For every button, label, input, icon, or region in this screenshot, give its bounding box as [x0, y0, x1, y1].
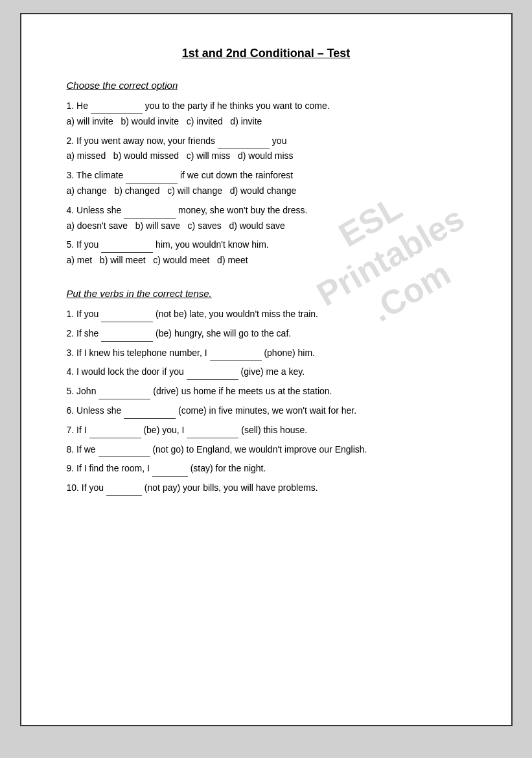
q4-text: 4. Unless she money, she won't buy the d… — [67, 203, 472, 219]
q5-options: a) met b) will meet c) would meet d) mee… — [67, 253, 472, 268]
s2-q8-blank[interactable] — [98, 447, 150, 457]
worksheet-page: ESLPrintables.Com 1st and 2nd Conditiona… — [20, 13, 513, 726]
q3-text: 3. The climate if we cut down the rainfo… — [67, 168, 472, 184]
section-1: Choose the correct option 1. He you to t… — [60, 80, 472, 268]
question-2: 2. If you went away now, your friends yo… — [60, 134, 472, 165]
s2-q4-text: 4. I would lock the door if you (give) m… — [67, 364, 472, 380]
section-2-label: Put the verbs in the correct tense. — [67, 288, 472, 299]
q2-text: 2. If you went away now, your friends yo… — [67, 134, 472, 149]
s2-question-8: 8. If we (not go) to England, we wouldn'… — [60, 442, 472, 458]
question-3: 3. The climate if we cut down the rainfo… — [60, 168, 472, 199]
s2-q1-blank[interactable] — [101, 312, 153, 322]
s2-q6-text: 6. Unless she (come) in five minutes, we… — [67, 403, 472, 419]
s2-q2-text: 2. If she (be) hungry, she will go to th… — [67, 326, 472, 342]
s2-question-2: 2. If she (be) hungry, she will go to th… — [60, 326, 472, 342]
q2-blank[interactable] — [218, 138, 270, 148]
q3-options: a) change b) changed c) will change d) w… — [67, 184, 472, 199]
s2-q1-text: 1. If you (not be) late, you wouldn't mi… — [67, 307, 472, 322]
s2-q5-blank[interactable] — [98, 389, 150, 399]
s2-question-6: 6. Unless she (come) in five minutes, we… — [60, 403, 472, 419]
q1-options: a) will invite b) would invite c) invite… — [67, 114, 472, 130]
q5-text: 5. If you him, you wouldn't know him. — [67, 237, 472, 253]
s2-q9-text: 9. If I find the room, I (stay) for the … — [67, 461, 472, 477]
page-title: 1st and 2nd Conditional – Test — [60, 47, 472, 60]
q5-blank[interactable] — [101, 243, 153, 253]
s2-q8-text: 8. If we (not go) to England, we wouldn'… — [67, 442, 472, 458]
s2-q3-blank[interactable] — [210, 350, 262, 361]
s2-q7-text: 7. If I (be) you, I (sell) this house. — [67, 423, 472, 438]
s2-q9-blank[interactable] — [152, 466, 188, 477]
s2-q3-text: 3. If I knew his telephone number, I (ph… — [67, 346, 472, 361]
s2-question-9: 9. If I find the room, I (stay) for the … — [60, 461, 472, 477]
question-5: 5. If you him, you wouldn't know him. a)… — [60, 237, 472, 268]
s2-question-4: 4. I would lock the door if you (give) m… — [60, 364, 472, 380]
s2-question-10: 10. If you (not pay) your bills, you wil… — [60, 480, 472, 496]
s2-q6-blank[interactable] — [124, 409, 176, 419]
s2-q4-blank[interactable] — [187, 370, 238, 380]
question-4: 4. Unless she money, she won't buy the d… — [60, 203, 472, 234]
section-1-label: Choose the correct option — [67, 80, 472, 91]
s2-question-5: 5. John (drive) us home if he meets us a… — [60, 384, 472, 399]
q1-blank[interactable] — [91, 104, 143, 114]
s2-q7-blank1[interactable] — [89, 428, 141, 438]
s2-q10-blank[interactable] — [106, 486, 142, 496]
q1-text: 1. He you to the party if he thinks you … — [67, 99, 472, 114]
s2-q7-blank2[interactable] — [187, 428, 238, 438]
s2-q5-text: 5. John (drive) us home if he meets us a… — [67, 384, 472, 399]
s2-question-1: 1. If you (not be) late, you wouldn't mi… — [60, 307, 472, 322]
q2-options: a) missed b) would missed c) will miss d… — [67, 148, 472, 164]
question-1: 1. He you to the party if he thinks you … — [60, 99, 472, 130]
s2-question-3: 3. If I knew his telephone number, I (ph… — [60, 346, 472, 361]
s2-q10-text: 10. If you (not pay) your bills, you wil… — [67, 480, 472, 496]
section-2: Put the verbs in the correct tense. 1. I… — [60, 288, 472, 496]
s2-question-7: 7. If I (be) you, I (sell) this house. — [60, 423, 472, 438]
s2-q2-blank[interactable] — [101, 331, 153, 342]
q3-blank[interactable] — [126, 173, 178, 184]
q4-blank[interactable] — [124, 208, 176, 219]
q4-options: a) doesn't save b) will save c) saves d)… — [67, 219, 472, 234]
